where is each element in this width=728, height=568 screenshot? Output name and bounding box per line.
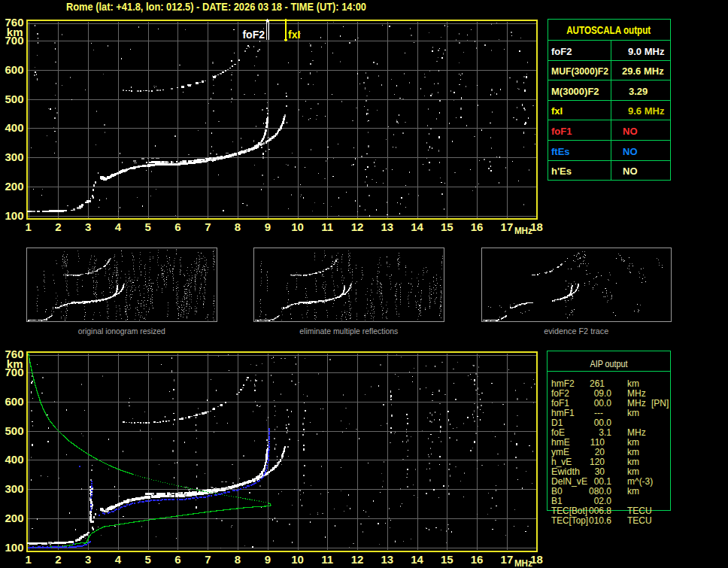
svg-text:00.0: 00.0 <box>594 418 612 428</box>
svg-text:km: km <box>627 437 639 448</box>
svg-text:100: 100 <box>5 209 23 222</box>
svg-text:foE: foE <box>551 427 565 438</box>
svg-text:5: 5 <box>145 220 151 233</box>
svg-text:12: 12 <box>351 220 364 233</box>
svg-text:13: 13 <box>381 553 393 566</box>
svg-text:km: km <box>627 408 639 418</box>
svg-text:ymE: ymE <box>551 447 569 457</box>
svg-text:700: 700 <box>5 366 23 378</box>
svg-text:h'Es: h'Es <box>551 166 572 177</box>
svg-text:500: 500 <box>5 93 23 105</box>
svg-text:10: 10 <box>291 220 304 233</box>
svg-text:00.1: 00.1 <box>594 476 612 487</box>
svg-text:3.1: 3.1 <box>599 427 611 438</box>
svg-text:2: 2 <box>55 553 61 566</box>
svg-text:hmF1: hmF1 <box>551 408 575 418</box>
svg-text:09.0: 09.0 <box>594 388 612 399</box>
svg-text:DelN_vE: DelN_vE <box>551 476 587 487</box>
svg-text:6: 6 <box>174 220 180 233</box>
svg-text:006.8: 006.8 <box>589 506 611 516</box>
svg-text:200: 200 <box>5 512 23 524</box>
svg-text:MHz: MHz <box>627 388 646 399</box>
svg-text:---: --- <box>594 408 603 418</box>
svg-text:120: 120 <box>590 457 605 467</box>
svg-text:17: 17 <box>501 553 514 566</box>
svg-text:8: 8 <box>235 220 241 233</box>
svg-text:00.0: 00.0 <box>594 398 612 409</box>
svg-text:9: 9 <box>265 220 271 233</box>
svg-text:010.6: 010.6 <box>589 515 611 526</box>
svg-text:km: km <box>627 486 639 497</box>
svg-text:17: 17 <box>501 220 514 233</box>
svg-text:B1: B1 <box>551 496 563 506</box>
svg-text:300: 300 <box>5 150 23 163</box>
svg-text:fxI: fxI <box>551 105 563 117</box>
svg-text:9.0 MHz: 9.0 MHz <box>628 46 665 57</box>
svg-text:foF1: foF1 <box>551 126 572 137</box>
svg-text:080.0: 080.0 <box>589 486 611 497</box>
svg-text:NO: NO <box>623 126 638 137</box>
svg-text:9: 9 <box>265 553 271 566</box>
svg-text:evidence F2 trace: evidence F2 trace <box>544 327 608 336</box>
svg-text:600: 600 <box>5 395 23 408</box>
svg-text:MHz: MHz <box>627 398 646 409</box>
svg-text:600: 600 <box>5 63 23 76</box>
svg-text:1: 1 <box>26 220 32 233</box>
svg-text:h_vE: h_vE <box>551 457 572 467</box>
svg-text:TEC[Bot]: TEC[Bot] <box>551 506 587 516</box>
svg-text:MUF(3000)F2: MUF(3000)F2 <box>551 65 608 77</box>
svg-text:4: 4 <box>115 553 122 566</box>
svg-text:100: 100 <box>5 541 23 554</box>
svg-text:Rome (lat: +41.8, lon: 012.5): Rome (lat: +41.8, lon: 012.5) - DATE: 20… <box>66 0 366 13</box>
svg-text:fxI: fxI <box>288 29 300 41</box>
svg-text:TECU: TECU <box>627 515 652 526</box>
svg-text:original ionogram resized: original ionogram resized <box>78 327 165 336</box>
svg-text:[PN]: [PN] <box>651 398 669 409</box>
svg-text:02.0: 02.0 <box>594 496 612 506</box>
svg-text:hmE: hmE <box>551 437 570 448</box>
svg-text:TECU: TECU <box>627 506 652 516</box>
svg-text:5: 5 <box>145 553 151 566</box>
svg-text:TEC[Top]: TEC[Top] <box>551 515 588 526</box>
svg-text:12: 12 <box>351 553 364 566</box>
svg-text:8: 8 <box>235 553 241 566</box>
svg-text:NO: NO <box>623 166 638 177</box>
svg-text:3.29: 3.29 <box>629 86 648 97</box>
svg-text:700: 700 <box>5 34 23 47</box>
svg-text:foF2: foF2 <box>242 29 265 41</box>
svg-text:300: 300 <box>5 482 23 495</box>
svg-text:MHz: MHz <box>514 558 532 568</box>
svg-text:11: 11 <box>321 553 333 566</box>
svg-text:km: km <box>627 378 639 389</box>
svg-text:km: km <box>627 457 639 467</box>
svg-text:110: 110 <box>590 437 605 448</box>
svg-text:m^(-3): m^(-3) <box>627 476 653 487</box>
svg-text:10: 10 <box>291 553 304 566</box>
svg-text:6: 6 <box>174 553 180 566</box>
svg-text:1: 1 <box>26 553 32 566</box>
svg-text:14: 14 <box>411 220 423 233</box>
svg-text:16: 16 <box>471 220 484 233</box>
svg-text:MHz: MHz <box>514 226 532 236</box>
svg-text:km: km <box>627 466 639 477</box>
svg-text:15: 15 <box>441 553 453 566</box>
svg-text:13: 13 <box>381 220 393 233</box>
svg-text:4: 4 <box>115 220 122 233</box>
svg-text:14: 14 <box>411 553 423 566</box>
svg-text:261: 261 <box>590 378 605 389</box>
svg-text:2: 2 <box>55 220 61 233</box>
svg-text:M(3000)F2: M(3000)F2 <box>551 86 599 97</box>
svg-text:3: 3 <box>85 553 91 566</box>
svg-text:9.6 MHz: 9.6 MHz <box>628 105 665 117</box>
svg-text:D1: D1 <box>551 418 563 428</box>
svg-text:foF2: foF2 <box>551 388 569 399</box>
svg-text:AIP output: AIP output <box>590 358 628 369</box>
svg-text:15: 15 <box>441 220 453 233</box>
svg-text:hmF2: hmF2 <box>551 378 575 389</box>
svg-text:30: 30 <box>595 466 605 477</box>
svg-text:Ewidth: Ewidth <box>551 466 580 477</box>
svg-text:MHz: MHz <box>627 427 646 438</box>
svg-text:500: 500 <box>5 424 23 437</box>
svg-text:3: 3 <box>85 220 91 233</box>
svg-text:400: 400 <box>5 453 23 466</box>
